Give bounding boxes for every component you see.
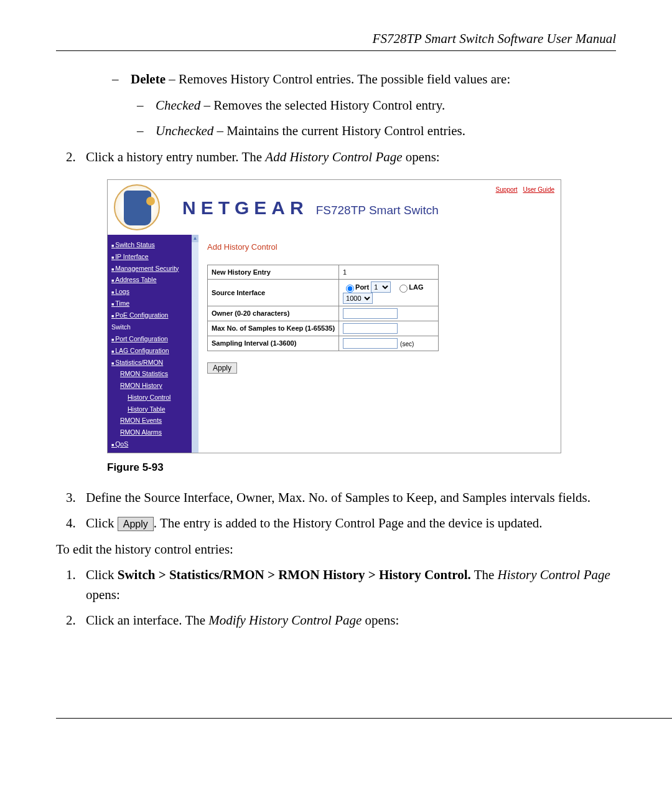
- edit-step-2-a: Click an interface. The: [86, 613, 208, 628]
- step-3-num: 3.: [66, 488, 76, 508]
- sidebar-history-control[interactable]: History Control: [111, 393, 197, 403]
- apply-inline-button: Apply: [118, 517, 154, 531]
- sidebar-rmon-alarms[interactable]: RMON Alarms: [111, 428, 197, 438]
- step-2-num: 2.: [66, 148, 76, 168]
- sidebar-lag-configuration[interactable]: LAG Configuration: [111, 346, 197, 356]
- sidebar-statistics-rmon[interactable]: Statistics/RMON: [111, 358, 197, 368]
- figure-caption: Figure 5-93: [107, 460, 616, 476]
- label-new-history-entry: New History Entry: [208, 265, 339, 280]
- sidebar-switch-status[interactable]: Switch Status: [111, 240, 197, 250]
- unchecked-desc: – Maintains the current History Control …: [213, 123, 465, 138]
- support-link[interactable]: Support: [496, 186, 518, 193]
- edit-step-1-d: opens:: [86, 587, 120, 602]
- step-4-num: 4.: [66, 514, 76, 534]
- banner: NETGEAR FS728TP Smart Switch Support Use…: [108, 180, 561, 235]
- edit-step-1-b: The: [471, 567, 498, 582]
- sidebar-qos[interactable]: QoS: [111, 440, 197, 450]
- delete-label: Delete: [131, 72, 166, 87]
- edit-step-1: 1. Click Switch > Statistics/RMON > RMON…: [56, 565, 616, 605]
- step-4-text-b: . The entry is added to the History Cont…: [154, 516, 543, 531]
- lag-label: LAG: [409, 283, 423, 291]
- header-rule: [56, 50, 616, 51]
- apply-button[interactable]: Apply: [207, 362, 237, 374]
- step-2-pagename: Add History Control Page: [265, 149, 402, 164]
- edit-step-2: 2. Click an interface. The Modify Histor…: [56, 611, 616, 631]
- sidebar-switch-heading: Switch: [111, 323, 197, 333]
- header-title: FS728TP Smart Switch Software User Manua…: [56, 31, 616, 47]
- sidebar: ▲ Switch Status IP Interface Management …: [108, 235, 198, 453]
- sampling-interval-input[interactable]: [343, 338, 398, 349]
- edit-step-1-a: Click: [86, 567, 118, 582]
- to-edit-heading: To edit the history control entries:: [56, 540, 616, 560]
- sidebar-rmon-events[interactable]: RMON Events: [111, 416, 197, 426]
- port-label: Port: [355, 283, 369, 291]
- edit-step-1-num: 1.: [66, 565, 76, 585]
- table-row: Owner (0-20 characters): [208, 306, 439, 321]
- port-select[interactable]: 1: [371, 281, 391, 293]
- value-new-history-entry: 1: [339, 265, 439, 280]
- step-2: 2. Click a history entry number. The Add…: [56, 148, 616, 168]
- sidebar-time[interactable]: Time: [111, 299, 197, 309]
- lag-select[interactable]: 1000: [343, 293, 373, 304]
- product-text: FS728TP Smart Switch: [316, 202, 439, 220]
- history-form-table: New History Entry 1 Source Interface Por…: [207, 265, 439, 352]
- delete-desc: – Removes History Control entries. The p…: [166, 72, 510, 87]
- step-4-text-a: Click: [86, 516, 118, 531]
- step-4: 4. Click Apply. The entry is added to th…: [56, 514, 616, 534]
- port-radio[interactable]: [346, 285, 354, 293]
- sidebar-management-security[interactable]: Management Security: [111, 264, 197, 274]
- sidebar-poe-configuration[interactable]: PoE Configuration: [111, 311, 197, 321]
- top-links: Support User Guide: [492, 185, 554, 194]
- sidebar-rmon-statistics[interactable]: RMON Statistics: [111, 369, 197, 379]
- table-row: Sampling Interval (1-3600) (sec): [208, 336, 439, 351]
- owner-input[interactable]: [343, 308, 398, 319]
- brand-text: NETGEAR: [182, 194, 309, 222]
- edit-step-2-num: 2.: [66, 611, 76, 631]
- checked-item: – Checked – Removes the selected History…: [56, 96, 616, 116]
- table-row: Source Interface Port 1 LAG 1000: [208, 280, 439, 306]
- edit-step-2-pagename: Modify History Control Page: [208, 613, 362, 628]
- edit-step-2-c: opens:: [362, 613, 399, 628]
- delete-item: – Delete – Removes History Control entri…: [56, 70, 616, 90]
- chevron-up-icon[interactable]: ▲: [192, 235, 198, 242]
- sidebar-rmon-history[interactable]: RMON History: [111, 381, 197, 391]
- unchecked-item: – Unchecked – Maintains the current Hist…: [56, 121, 616, 141]
- label-sampling-interval: Sampling Interval (1-3600): [208, 336, 339, 351]
- sidebar-history-table[interactable]: History Table: [111, 405, 197, 415]
- sidebar-ip-interface[interactable]: IP Interface: [111, 252, 197, 262]
- label-source-interface: Source Interface: [208, 280, 339, 306]
- table-row: New History Entry 1: [208, 265, 439, 280]
- sidebar-logs[interactable]: Logs: [111, 287, 197, 297]
- sidebar-security[interactable]: Security: [111, 451, 197, 453]
- sidebar-address-table[interactable]: Address Table: [111, 275, 197, 285]
- sidebar-scrollbar[interactable]: ▲: [192, 235, 198, 453]
- step-2-text-c: opens:: [403, 149, 440, 164]
- max-samples-input[interactable]: [343, 323, 398, 334]
- sec-unit: (sec): [400, 341, 414, 347]
- content-panel: Add History Control New History Entry 1 …: [198, 235, 561, 453]
- label-max-samples: Max No. of Samples to Keep (1-65535): [208, 321, 339, 336]
- sidebar-port-configuration[interactable]: Port Configuration: [111, 334, 197, 344]
- step-2-text-a: Click a history entry number. The: [86, 149, 265, 164]
- netgear-logo-icon: [114, 184, 160, 230]
- edit-step-1-pagename: History Control Page: [498, 567, 610, 582]
- step-3-text: Define the Source Interface, Owner, Max.…: [86, 490, 590, 505]
- edit-step-1-path: Switch > Statistics/RMON > RMON History …: [118, 567, 471, 582]
- content-title: Add History Control: [207, 241, 552, 253]
- user-guide-link[interactable]: User Guide: [523, 186, 554, 193]
- lag-radio[interactable]: [399, 285, 408, 293]
- unchecked-label: Unchecked: [156, 123, 213, 138]
- checked-desc: – Removes the selected History Control e…: [200, 98, 445, 113]
- value-source-interface: Port 1 LAG 1000: [339, 280, 439, 306]
- step-3: 3. Define the Source Interface, Owner, M…: [56, 488, 616, 508]
- checked-label: Checked: [156, 98, 200, 113]
- table-row: Max No. of Samples to Keep (1-65535): [208, 321, 439, 336]
- label-owner: Owner (0-20 characters): [208, 306, 339, 321]
- screenshot-figure: NETGEAR FS728TP Smart Switch Support Use…: [107, 179, 561, 453]
